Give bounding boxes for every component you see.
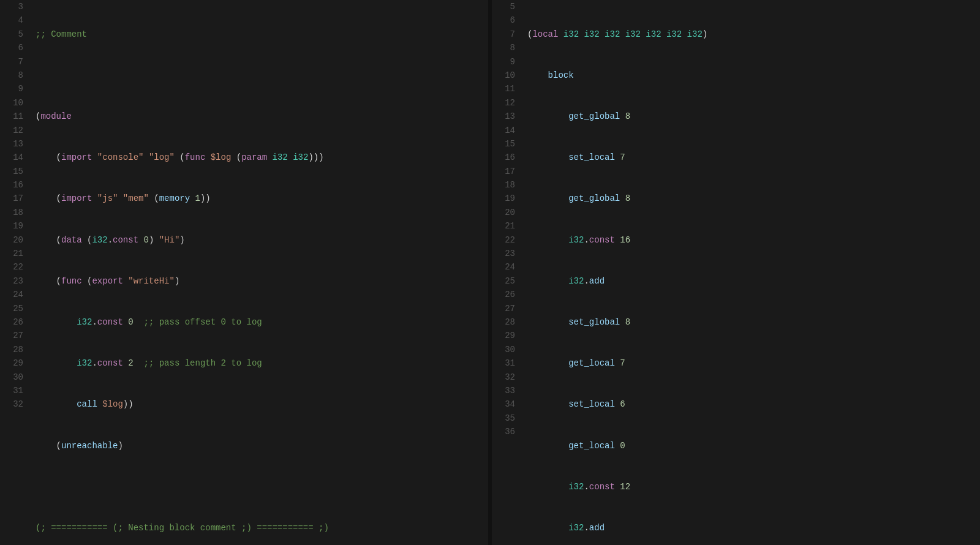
left-pane: 3 4 5 6 7 8 9 10 11 12 13 14 15 16 17 18…: [0, 0, 488, 545]
editor-container: 3 4 5 6 7 8 9 10 11 12 13 14 15 16 17 18…: [0, 0, 980, 545]
right-code-content[interactable]: (local i32 i32 i32 i32 i32 i32 i32) bloc…: [522, 0, 980, 545]
left-line-numbers: 3 4 5 6 7 8 9 10 11 12 13 14 15 16 17 18…: [0, 0, 31, 545]
left-code-content[interactable]: ;; Comment (module (import "console" "lo…: [31, 0, 488, 545]
right-line-numbers: 5 6 7 8 9 10 11 12 13 14 15 16 17 18 19 …: [492, 0, 522, 545]
right-pane: 5 6 7 8 9 10 11 12 13 14 15 16 17 18 19 …: [492, 0, 980, 545]
